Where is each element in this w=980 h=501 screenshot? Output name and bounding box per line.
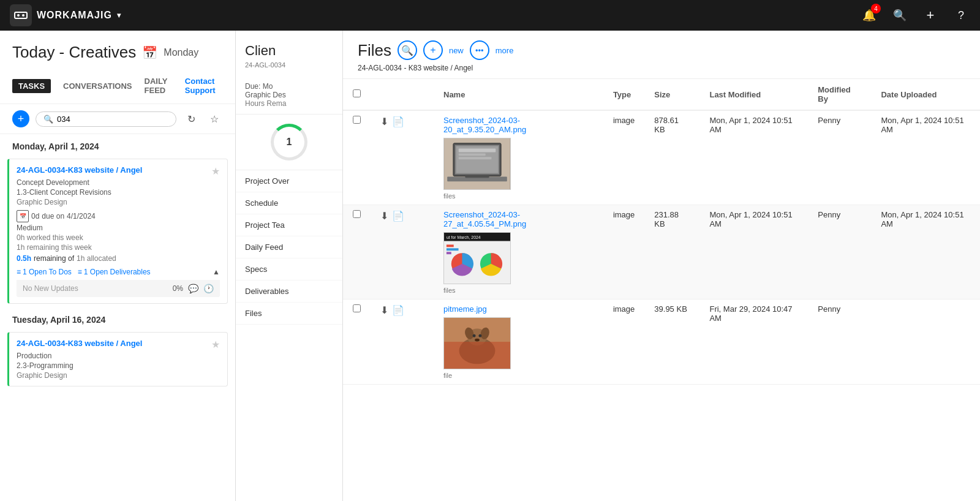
row3-checkbox[interactable] [353,304,361,312]
task-sub1-2: 2.3-Programming [17,361,220,370]
star-icon-1[interactable]: ★ [211,165,220,177]
files-new-button[interactable]: + [423,40,443,60]
files-title: Files [358,41,391,60]
refresh-button[interactable]: ↻ [183,110,200,127]
file-row-3: ⬇ 📄 pitmeme.jpg [343,299,980,385]
download-icon-3[interactable]: ⬇ [380,304,388,316]
download-icon-1[interactable]: ⬇ [380,116,388,127]
task-due-1: 📅 0d due on 4/1/2024 [17,210,220,222]
row3-last-modified: Fri, Mar 29, 2024 10:47 AM [699,299,808,385]
col-name: Name [434,79,603,110]
row2-date-uploaded: Mon, Apr 1, 2024 10:51 AM [871,205,980,299]
due-desc: Graphic Des [245,91,333,99]
panel-header: Today - Creatives 📅 Monday [0,31,235,68]
select-all-checkbox[interactable] [353,89,361,97]
open-todos-label: 1 Open To Dos [23,268,72,276]
row3-check [343,299,371,385]
svg-rect-18 [447,248,459,250]
progress-pct: 0% [173,284,183,293]
add-icon[interactable]: + [921,6,940,24]
star-filter-button[interactable]: ☆ [206,110,223,127]
task-footer-1: ≡ 1 Open To Dos ≡ 1 Open Deliverables ▲ [17,268,220,276]
help-icon[interactable]: ? [952,6,970,24]
row3-actions: ⬇ 📄 [371,299,414,385]
nav-project-team[interactable]: Project Tea [236,214,342,236]
row2-size: 231.88 KB [644,205,699,299]
files-search-button[interactable]: 🔍 [398,40,417,60]
breadcrumb-sep: / [450,64,452,72]
brand[interactable]: WORKAMAJIG ▾ [10,4,121,26]
row2-actions: ⬇ 📄 [371,205,414,299]
file-name-1[interactable]: Screenshot_2024-03-20_at_9.35.20_AM.png [443,116,594,134]
client-panel-sub: 24-AGL-0034 [236,61,342,76]
nav-schedule[interactable]: Schedule [236,192,342,214]
task-title-1[interactable]: 24-AGL-0034-K83 website / Angel [17,165,142,175]
svg-rect-17 [447,244,454,247]
file-name-3[interactable]: pitmeme.jpg [443,304,594,314]
files-new-label[interactable]: new [449,46,464,55]
note-icon-1[interactable]: 📄 [392,116,404,127]
search-input[interactable] [57,115,168,124]
col-check [343,79,371,110]
row1-type: image [603,110,644,205]
today-creatives-title: Today - Creatives [12,43,136,62]
nav-specs[interactable]: Specs [236,258,342,281]
star-icon-2[interactable]: ★ [211,339,220,350]
task-allocated-1: 0.5h remaining of 1h allocated [17,254,220,263]
row2-name: Screenshot_2024-03-27_at_4.05.54_PM.png … [434,205,603,299]
svg-rect-10 [459,153,486,156]
task-title-2[interactable]: 24-AGL-0034-K83 website / Angel [17,339,142,348]
files-more-button[interactable]: ••• [470,40,489,60]
nav-files[interactable]: Files [236,303,342,325]
svg-rect-0 [15,12,27,18]
row1-checkbox[interactable] [353,116,361,124]
svg-point-25 [473,334,476,337]
note-icon-2[interactable]: 📄 [392,210,404,222]
nav-daily-feed[interactable]: Daily Feed [236,236,342,258]
row3-empty [414,299,434,385]
note-icon-3[interactable]: 📄 [392,304,404,316]
files-more-label[interactable]: more [496,46,514,55]
col-size: Size [644,79,699,110]
files-title-row: Files 🔍 + new ••• more [358,40,965,60]
files-table-body: ⬇ 📄 Screenshot_2024-03-20_at_9.35.20_AM.… [343,110,980,385]
row2-checkbox[interactable] [353,210,361,218]
tab-tasks[interactable]: TASKS [12,79,51,93]
row3-date-uploaded [871,299,980,385]
right-panel: Files 🔍 + new ••• more 24-AGL-0034 - K83… [343,31,980,501]
task-progress-1: No New Updates 0% 💬 🕐 [17,280,220,297]
open-todos-link[interactable]: ≡ 1 Open To Dos [17,268,72,276]
date-section-1: Monday, April 1, 2024 [0,134,235,155]
notification-badge: 4 [871,4,881,13]
download-icon-2[interactable]: ⬇ [380,210,388,222]
nav-project-overview[interactable]: Project Over [236,170,342,192]
navbar-icons: 🔔 4 🔍 + ? [860,6,970,24]
row2-empty [414,205,434,299]
expand-icon[interactable]: ▲ [213,268,220,276]
list-icon-2: ≡ [78,268,82,276]
col-last-modified: Last Modified [699,79,808,110]
panel-tabs: TASKS CONVERSATIONS DAILY FEED Contact S… [0,68,235,104]
file-name-2[interactable]: Screenshot_2024-03-27_at_4.05.54_PM.png [443,210,594,228]
task-category-2: Production [17,352,220,360]
due-label: Due: Mo [245,82,333,91]
task-remaining: 0.5h [17,254,31,263]
files-header: Files 🔍 + new ••• more 24-AGL-0034 - K83… [343,31,980,79]
svg-rect-8 [465,176,489,178]
row1-last-modified: Mon, Apr 1, 2024 10:51 AM [699,110,808,205]
task-sub2-2: Graphic Design [17,371,220,380]
comment-icon[interactable]: 💬 [188,284,198,293]
tab-conversations[interactable]: CONVERSATIONS [63,79,132,93]
search-icon[interactable]: 🔍 [891,6,909,24]
notifications-icon[interactable]: 🔔 4 [860,6,878,24]
nav-deliverables[interactable]: Deliverables [236,281,342,303]
tab-daily-feed[interactable]: DAILY FEED [145,74,173,97]
col-type: Type [603,79,644,110]
panel-title: Today - Creatives 📅 Monday [12,43,223,62]
add-task-button[interactable]: + [12,110,29,127]
task-card-header: 24-AGL-0034-K83 website / Angel ★ [17,165,220,177]
contact-support-link[interactable]: Contact Support [185,74,223,97]
left-panel: Today - Creatives 📅 Monday TASKS CONVERS… [0,31,236,501]
open-deliverables-link[interactable]: ≡ 1 Open Deliverables [78,268,151,276]
clock-icon[interactable]: 🕐 [203,284,214,293]
